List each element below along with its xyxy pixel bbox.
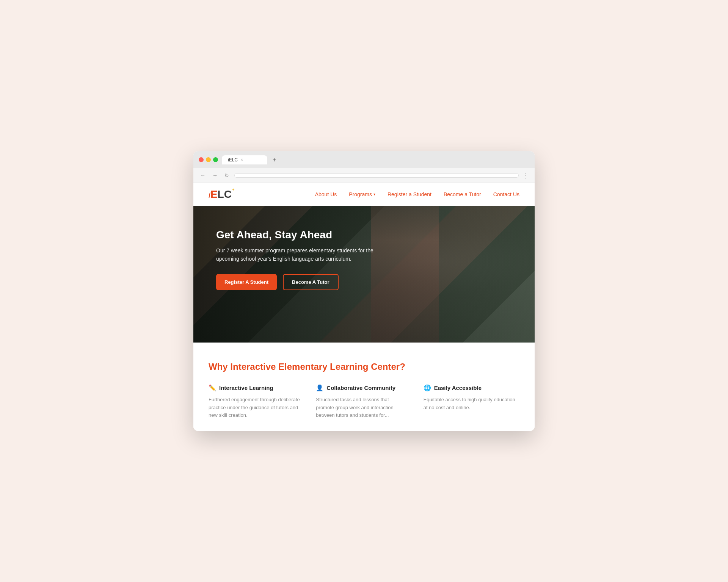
reload-button[interactable]: ↻ bbox=[223, 172, 231, 179]
become-tutor-button[interactable]: Become A Tutor bbox=[283, 274, 338, 290]
nav-item-contact[interactable]: Contact Us bbox=[493, 191, 519, 198]
about-us-link[interactable]: About Us bbox=[315, 191, 337, 197]
tab-bar: iELC × + bbox=[222, 155, 529, 165]
window-controls bbox=[199, 157, 218, 162]
active-tab[interactable]: iELC × bbox=[222, 155, 267, 164]
pencil-icon: ✏️ bbox=[209, 384, 216, 391]
site-navigation: iELC ✦ About Us Programs ▾ Register a St… bbox=[193, 183, 535, 206]
feature-item-interactive: ✏️ Interactive Learning Furthered engage… bbox=[209, 384, 304, 419]
minimize-window-button[interactable] bbox=[206, 157, 211, 162]
why-title: Why Interactive Elementary Learning Cent… bbox=[209, 361, 519, 372]
nav-item-tutor[interactable]: Become a Tutor bbox=[444, 191, 481, 198]
address-bar[interactable] bbox=[234, 173, 519, 178]
feature-header-accessible: 🌐 Easily Accessible bbox=[424, 384, 516, 391]
programs-link[interactable]: Programs ▾ bbox=[349, 191, 375, 197]
nav-links: About Us Programs ▾ Register a Student B… bbox=[315, 191, 519, 198]
hero-buttons: Register A Student Become A Tutor bbox=[216, 274, 379, 290]
browser-toolbar: ← → ↻ ⋮ bbox=[193, 168, 535, 183]
feature-title-community: Collaborative Community bbox=[326, 385, 395, 391]
hero-section: Get Ahead, Stay Ahead Our 7 week summer … bbox=[193, 206, 535, 343]
close-window-button[interactable] bbox=[199, 157, 204, 162]
community-icon: 👤 bbox=[316, 384, 323, 391]
feature-header-community: 👤 Collaborative Community bbox=[316, 384, 408, 391]
chevron-down-icon: ▾ bbox=[373, 192, 375, 196]
tab-close-button[interactable]: × bbox=[241, 158, 243, 162]
feature-desc-accessible: Equitable access to high quality educati… bbox=[424, 396, 516, 412]
feature-item-accessible: 🌐 Easily Accessible Equitable access to … bbox=[424, 384, 519, 419]
nav-item-programs[interactable]: Programs ▾ bbox=[349, 191, 375, 197]
why-section: Why Interactive Elementary Learning Cent… bbox=[193, 343, 535, 431]
feature-title-accessible: Easily Accessible bbox=[434, 385, 482, 391]
nav-item-about[interactable]: About Us bbox=[315, 191, 337, 198]
site-logo[interactable]: iELC ✦ bbox=[209, 189, 232, 200]
nav-item-register[interactable]: Register a Student bbox=[388, 191, 431, 198]
become-tutor-link[interactable]: Become a Tutor bbox=[444, 191, 481, 197]
browser-titlebar: iELC × + bbox=[193, 151, 535, 168]
back-button[interactable]: ← bbox=[199, 172, 207, 179]
hero-content: Get Ahead, Stay Ahead Our 7 week summer … bbox=[193, 206, 402, 305]
browser-window: iELC × + ← → ↻ ⋮ iELC ✦ About Us bbox=[193, 151, 535, 431]
website-content: iELC ✦ About Us Programs ▾ Register a St… bbox=[193, 183, 535, 431]
features-grid: ✏️ Interactive Learning Furthered engage… bbox=[209, 384, 519, 419]
register-student-link[interactable]: Register a Student bbox=[388, 191, 431, 197]
hero-subtitle: Our 7 week summer program prepares eleme… bbox=[216, 246, 375, 263]
browser-menu-button[interactable]: ⋮ bbox=[522, 171, 529, 180]
feature-desc-interactive: Furthered engagement through deliberate … bbox=[209, 396, 301, 419]
feature-title-interactive: Interactive Learning bbox=[219, 385, 273, 391]
forward-button[interactable]: → bbox=[211, 172, 219, 179]
tab-label: iELC bbox=[228, 157, 238, 163]
feature-item-community: 👤 Collaborative Community Structured tas… bbox=[316, 384, 412, 419]
hero-title: Get Ahead, Stay Ahead bbox=[216, 229, 379, 241]
new-tab-button[interactable]: + bbox=[270, 155, 279, 165]
globe-icon: 🌐 bbox=[424, 384, 431, 391]
logo-decoration: ✦ bbox=[232, 188, 235, 192]
feature-desc-community: Structured tasks and lessons that promot… bbox=[316, 396, 408, 419]
feature-header-interactive: ✏️ Interactive Learning bbox=[209, 384, 301, 391]
contact-us-link[interactable]: Contact Us bbox=[493, 191, 519, 197]
register-student-button[interactable]: Register A Student bbox=[216, 274, 277, 290]
maximize-window-button[interactable] bbox=[213, 157, 218, 162]
